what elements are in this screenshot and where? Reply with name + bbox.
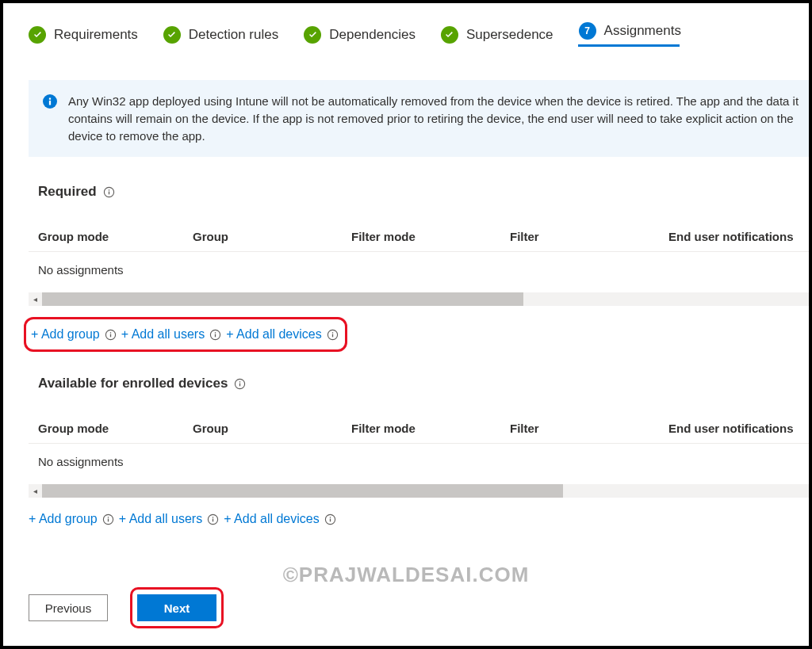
- section-title-available: Available for enrolled devices: [38, 376, 812, 391]
- step-label: Supersedence: [466, 27, 553, 43]
- step-assignments[interactable]: 7 Assignments: [579, 22, 681, 47]
- info-icon: [43, 94, 57, 109]
- col-header: Group: [193, 230, 351, 243]
- scroll-track[interactable]: [42, 292, 812, 306]
- scroll-thumb[interactable]: [42, 292, 523, 306]
- info-icon[interactable]: [207, 513, 219, 525]
- horizontal-scrollbar[interactable]: ◂: [29, 292, 812, 306]
- scroll-left-icon[interactable]: ◂: [29, 484, 42, 498]
- empty-state-available: No assignments: [29, 444, 812, 481]
- scroll-track[interactable]: [42, 484, 812, 498]
- step-label: Detection rules: [189, 27, 278, 43]
- step-dependencies[interactable]: Dependencies: [304, 26, 416, 44]
- wizard-stepper: Requirements Detection rules Dependencie…: [29, 22, 812, 47]
- info-icon[interactable]: [102, 513, 114, 525]
- svg-rect-8: [110, 332, 111, 333]
- table-header-required: Group mode Group Filter mode Filter End …: [29, 230, 812, 252]
- add-group-link[interactable]: + Add group: [29, 512, 98, 526]
- check-icon: [304, 26, 321, 44]
- add-group-link[interactable]: + Add group: [31, 327, 100, 342]
- col-header: End user notifications: [668, 230, 812, 243]
- svg-rect-7: [110, 334, 111, 337]
- check-icon: [441, 26, 458, 44]
- info-icon[interactable]: [324, 513, 336, 525]
- svg-rect-2: [49, 98, 51, 100]
- step-supersedence[interactable]: Supersedence: [441, 26, 553, 44]
- step-label: Assignments: [604, 23, 681, 39]
- info-icon[interactable]: [234, 378, 246, 390]
- add-all-devices-link[interactable]: + Add all devices: [224, 512, 320, 526]
- scroll-thumb[interactable]: [42, 484, 563, 498]
- step-detection-rules[interactable]: Detection rules: [163, 26, 278, 44]
- svg-rect-11: [215, 332, 216, 333]
- info-icon[interactable]: [103, 186, 115, 198]
- col-header: Group: [193, 422, 351, 435]
- add-all-devices-link[interactable]: + Add all devices: [226, 327, 322, 342]
- step-requirements[interactable]: Requirements: [29, 26, 138, 44]
- section-title-required: Required: [38, 184, 812, 200]
- info-banner: Any Win32 app deployed using Intune will…: [29, 80, 812, 157]
- col-header: Filter mode: [351, 230, 510, 243]
- add-all-users-link[interactable]: + Add all users: [119, 512, 202, 526]
- col-header: Group mode: [38, 230, 193, 243]
- step-number-badge: 7: [579, 22, 596, 40]
- highlight-box: + Add group + Add all users + Add all de…: [24, 317, 347, 352]
- svg-rect-16: [239, 383, 240, 386]
- col-header: End user notifications: [668, 422, 812, 435]
- add-links-available: + Add group + Add all users + Add all de…: [29, 512, 812, 526]
- svg-rect-25: [330, 518, 331, 521]
- info-icon[interactable]: [105, 329, 117, 341]
- wizard-footer: Previous Next: [29, 587, 224, 628]
- add-all-users-link[interactable]: + Add all users: [121, 327, 205, 342]
- empty-state-required: No assignments: [29, 252, 812, 289]
- info-icon[interactable]: [327, 329, 339, 341]
- svg-rect-20: [108, 517, 109, 517]
- svg-rect-14: [332, 332, 333, 333]
- svg-rect-10: [215, 334, 216, 337]
- svg-rect-1: [49, 101, 51, 105]
- col-header: Filter: [510, 230, 668, 243]
- highlight-box: Next: [130, 587, 224, 628]
- previous-button[interactable]: Previous: [29, 594, 108, 621]
- table-header-available: Group mode Group Filter mode Filter End …: [29, 422, 812, 444]
- svg-rect-4: [109, 191, 109, 194]
- svg-rect-19: [108, 518, 109, 521]
- next-button[interactable]: Next: [137, 594, 216, 621]
- svg-rect-5: [109, 189, 109, 190]
- step-label: Dependencies: [329, 27, 416, 43]
- col-header: Filter mode: [351, 422, 510, 435]
- watermark: ©PRAJWALDESAI.COM: [283, 563, 530, 587]
- col-header: Filter: [510, 422, 668, 435]
- scroll-left-icon[interactable]: ◂: [29, 292, 42, 306]
- svg-rect-22: [213, 518, 213, 521]
- svg-rect-13: [332, 334, 333, 337]
- active-step-underline: [578, 44, 680, 47]
- add-links-required: + Add group + Add all users + Add all de…: [29, 317, 812, 352]
- svg-rect-17: [239, 381, 240, 382]
- info-text: Any Win32 app deployed using Intune will…: [68, 93, 812, 144]
- horizontal-scrollbar[interactable]: ◂: [29, 484, 812, 498]
- check-icon: [29, 26, 46, 44]
- check-icon: [163, 26, 181, 44]
- svg-rect-23: [213, 517, 213, 517]
- step-label: Requirements: [54, 27, 138, 43]
- col-header: Group mode: [38, 422, 193, 435]
- info-icon[interactable]: [209, 329, 221, 341]
- svg-rect-26: [330, 517, 331, 517]
